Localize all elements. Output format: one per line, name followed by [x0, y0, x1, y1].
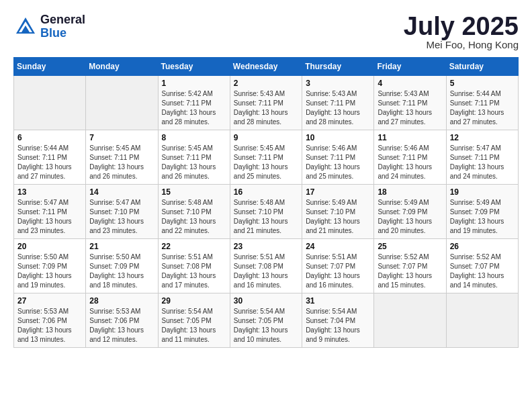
page-header: General Blue July 2025 Mei Foo, Hong Kon… — [13, 13, 519, 50]
calendar-cell: 16Sunrise: 5:48 AMSunset: 7:10 PMDayligh… — [230, 185, 302, 239]
calendar-cell — [446, 293, 518, 348]
day-info: Sunrise: 5:52 AMSunset: 7:07 PMDaylight:… — [378, 253, 442, 290]
day-number: 5 — [450, 79, 515, 88]
day-info: Sunrise: 5:45 AMSunset: 7:11 PMDaylight:… — [234, 144, 298, 181]
day-info: Sunrise: 5:45 AMSunset: 7:11 PMDaylight:… — [162, 144, 226, 181]
calendar-cell: 28Sunrise: 5:53 AMSunset: 7:06 PMDayligh… — [86, 293, 158, 348]
day-info: Sunrise: 5:54 AMSunset: 7:05 PMDaylight:… — [234, 307, 298, 345]
calendar-week-1: 1Sunrise: 5:42 AMSunset: 7:11 PMDaylight… — [14, 76, 519, 130]
day-info: Sunrise: 5:43 AMSunset: 7:11 PMDaylight:… — [378, 89, 442, 127]
calendar-cell: 31Sunrise: 5:54 AMSunset: 7:04 PMDayligh… — [302, 293, 374, 348]
calendar-cell: 7Sunrise: 5:45 AMSunset: 7:11 PMDaylight… — [86, 130, 158, 185]
calendar-cell: 17Sunrise: 5:49 AMSunset: 7:10 PMDayligh… — [302, 185, 374, 239]
calendar-cell: 5Sunrise: 5:44 AMSunset: 7:11 PMDaylight… — [446, 76, 518, 130]
day-info: Sunrise: 5:47 AMSunset: 7:11 PMDaylight:… — [450, 144, 515, 181]
calendar-week-3: 13Sunrise: 5:47 AMSunset: 7:11 PMDayligh… — [14, 185, 519, 239]
day-info: Sunrise: 5:49 AMSunset: 7:10 PMDaylight:… — [306, 198, 370, 236]
logo-text: General Blue — [40, 13, 85, 40]
weekday-header-friday: Friday — [374, 58, 446, 76]
day-info: Sunrise: 5:47 AMSunset: 7:10 PMDaylight:… — [89, 198, 154, 236]
day-number: 17 — [306, 187, 370, 197]
calendar-cell: 30Sunrise: 5:54 AMSunset: 7:05 PMDayligh… — [230, 293, 302, 348]
calendar-cell: 10Sunrise: 5:46 AMSunset: 7:11 PMDayligh… — [302, 130, 374, 185]
weekday-header-sunday: Sunday — [14, 58, 86, 76]
calendar-cell: 18Sunrise: 5:49 AMSunset: 7:09 PMDayligh… — [374, 185, 446, 239]
weekday-header-row: SundayMondayTuesdayWednesdayThursdayFrid… — [14, 58, 519, 76]
day-number: 19 — [450, 187, 515, 197]
logo-blue: Blue — [40, 27, 85, 40]
day-number: 10 — [306, 133, 370, 142]
calendar-cell: 13Sunrise: 5:47 AMSunset: 7:11 PMDayligh… — [14, 185, 86, 239]
day-info: Sunrise: 5:49 AMSunset: 7:09 PMDaylight:… — [450, 198, 515, 236]
calendar-cell: 20Sunrise: 5:50 AMSunset: 7:09 PMDayligh… — [14, 239, 86, 293]
day-info: Sunrise: 5:54 AMSunset: 7:05 PMDaylight:… — [162, 307, 226, 345]
day-info: Sunrise: 5:43 AMSunset: 7:11 PMDaylight:… — [234, 89, 298, 127]
day-number: 1 — [162, 79, 226, 88]
day-number: 23 — [234, 242, 298, 251]
calendar-cell: 1Sunrise: 5:42 AMSunset: 7:11 PMDaylight… — [158, 76, 230, 130]
day-number: 2 — [234, 79, 298, 88]
day-number: 20 — [17, 242, 82, 251]
day-info: Sunrise: 5:44 AMSunset: 7:11 PMDaylight:… — [17, 144, 82, 181]
day-info: Sunrise: 5:45 AMSunset: 7:11 PMDaylight:… — [89, 144, 154, 181]
day-info: Sunrise: 5:47 AMSunset: 7:11 PMDaylight:… — [17, 198, 82, 236]
weekday-header-tuesday: Tuesday — [158, 58, 230, 76]
day-info: Sunrise: 5:52 AMSunset: 7:07 PMDaylight:… — [450, 253, 515, 290]
calendar-table: SundayMondayTuesdayWednesdayThursdayFrid… — [13, 57, 519, 348]
title-block: July 2025 Mei Foo, Hong Kong — [404, 13, 519, 50]
day-number: 30 — [234, 296, 298, 306]
calendar-cell: 23Sunrise: 5:51 AMSunset: 7:08 PMDayligh… — [230, 239, 302, 293]
calendar-cell: 15Sunrise: 5:48 AMSunset: 7:10 PMDayligh… — [158, 185, 230, 239]
day-info: Sunrise: 5:48 AMSunset: 7:10 PMDaylight:… — [162, 198, 226, 236]
calendar-cell: 26Sunrise: 5:52 AMSunset: 7:07 PMDayligh… — [446, 239, 518, 293]
calendar-week-5: 27Sunrise: 5:53 AMSunset: 7:06 PMDayligh… — [14, 293, 519, 348]
calendar-cell — [14, 76, 86, 130]
day-number: 29 — [162, 296, 226, 306]
day-number: 26 — [450, 242, 515, 251]
day-number: 21 — [89, 242, 154, 251]
day-info: Sunrise: 5:53 AMSunset: 7:06 PMDaylight:… — [17, 307, 82, 345]
calendar-cell: 24Sunrise: 5:51 AMSunset: 7:07 PMDayligh… — [302, 239, 374, 293]
calendar-cell: 2Sunrise: 5:43 AMSunset: 7:11 PMDaylight… — [230, 76, 302, 130]
calendar-cell: 21Sunrise: 5:50 AMSunset: 7:09 PMDayligh… — [86, 239, 158, 293]
day-number: 18 — [378, 187, 442, 197]
day-info: Sunrise: 5:46 AMSunset: 7:11 PMDaylight:… — [306, 144, 370, 181]
weekday-header-saturday: Saturday — [446, 58, 518, 76]
day-info: Sunrise: 5:49 AMSunset: 7:09 PMDaylight:… — [378, 198, 442, 236]
day-number: 25 — [378, 242, 442, 251]
day-number: 28 — [89, 296, 154, 306]
day-info: Sunrise: 5:44 AMSunset: 7:11 PMDaylight:… — [450, 89, 515, 127]
logo-icon — [13, 15, 38, 39]
calendar-cell: 12Sunrise: 5:47 AMSunset: 7:11 PMDayligh… — [446, 130, 518, 185]
day-info: Sunrise: 5:46 AMSunset: 7:11 PMDaylight:… — [378, 144, 442, 181]
calendar-cell: 11Sunrise: 5:46 AMSunset: 7:11 PMDayligh… — [374, 130, 446, 185]
day-info: Sunrise: 5:51 AMSunset: 7:08 PMDaylight:… — [162, 253, 226, 290]
day-info: Sunrise: 5:51 AMSunset: 7:07 PMDaylight:… — [306, 253, 370, 290]
logo: General Blue — [13, 13, 85, 40]
calendar-body: 1Sunrise: 5:42 AMSunset: 7:11 PMDaylight… — [14, 76, 519, 348]
logo-general: General — [40, 13, 85, 27]
day-info: Sunrise: 5:42 AMSunset: 7:11 PMDaylight:… — [162, 89, 226, 127]
calendar-cell: 3Sunrise: 5:43 AMSunset: 7:11 PMDaylight… — [302, 76, 374, 130]
calendar-cell: 4Sunrise: 5:43 AMSunset: 7:11 PMDaylight… — [374, 76, 446, 130]
day-number: 22 — [162, 242, 226, 251]
day-number: 8 — [162, 133, 226, 142]
day-info: Sunrise: 5:53 AMSunset: 7:06 PMDaylight:… — [89, 307, 154, 345]
calendar-cell: 25Sunrise: 5:52 AMSunset: 7:07 PMDayligh… — [374, 239, 446, 293]
calendar-week-2: 6Sunrise: 5:44 AMSunset: 7:11 PMDaylight… — [14, 130, 519, 185]
day-number: 27 — [17, 296, 82, 306]
weekday-header-thursday: Thursday — [302, 58, 374, 76]
calendar-cell — [374, 293, 446, 348]
day-info: Sunrise: 5:54 AMSunset: 7:04 PMDaylight:… — [306, 307, 370, 345]
day-info: Sunrise: 5:51 AMSunset: 7:08 PMDaylight:… — [234, 253, 298, 290]
calendar-cell: 9Sunrise: 5:45 AMSunset: 7:11 PMDaylight… — [230, 130, 302, 185]
day-info: Sunrise: 5:50 AMSunset: 7:09 PMDaylight:… — [17, 253, 82, 290]
calendar-cell: 29Sunrise: 5:54 AMSunset: 7:05 PMDayligh… — [158, 293, 230, 348]
day-number: 24 — [306, 242, 370, 251]
calendar-cell: 14Sunrise: 5:47 AMSunset: 7:10 PMDayligh… — [86, 185, 158, 239]
day-number: 14 — [89, 187, 154, 197]
weekday-header-wednesday: Wednesday — [230, 58, 302, 76]
day-number: 15 — [162, 187, 226, 197]
day-number: 4 — [378, 79, 442, 88]
calendar-header: SundayMondayTuesdayWednesdayThursdayFrid… — [14, 58, 519, 76]
